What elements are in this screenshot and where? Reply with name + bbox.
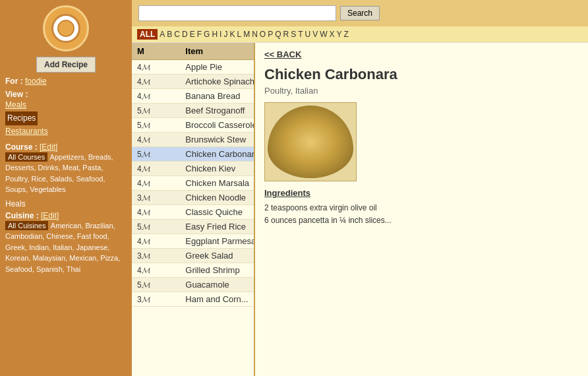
ingredient-1: 2 teaspoons extra virgin olive oil	[264, 202, 579, 214]
popup-panel: << BACK Chicken Carbonara Poultry, Itali…	[254, 43, 588, 376]
alpha-i-link[interactable]: I	[220, 30, 221, 39]
alphabet-bar: ALL ABCDEFGHIJKLMNOPQRSTUVWXYZ	[132, 26, 588, 43]
alpha-q-link[interactable]: Q	[275, 30, 281, 39]
search-bar: Search	[132, 0, 588, 26]
alpha-d-link[interactable]: D	[182, 30, 188, 39]
course-label: Course :	[5, 142, 38, 152]
recipes-link[interactable]: Recipes	[5, 111, 38, 125]
logo-circle	[43, 5, 89, 51]
back-link[interactable]: << BACK	[264, 49, 301, 59]
item-link[interactable]: Brunswick Stew	[185, 135, 246, 144]
alpha-g-link[interactable]: G	[204, 30, 210, 39]
course-section: Course : [Edit] All Courses Appetizers, …	[5, 142, 127, 195]
all-cuisines-tag[interactable]: All Cuisines	[5, 221, 48, 230]
alpha-y-link[interactable]: Y	[337, 30, 342, 39]
cell-m: 4𝓜	[132, 89, 180, 104]
item-link[interactable]: Banana Bread	[185, 91, 240, 101]
item-link[interactable]: Chicken Marsala	[185, 178, 249, 188]
item-link[interactable]: Classic Quiche	[185, 207, 243, 217]
alpha-s-link[interactable]: S	[291, 30, 296, 39]
add-recipe-button[interactable]: Add Recipe	[36, 57, 96, 73]
cell-m: 5𝓜	[132, 278, 180, 292]
for-user-link[interactable]: foodie	[25, 77, 47, 86]
search-button[interactable]: Search	[340, 6, 380, 20]
alpha-v-link[interactable]: V	[312, 30, 318, 39]
restaurants-link[interactable]: Restaurants	[5, 125, 127, 138]
alpha-j-link[interactable]: J	[223, 30, 227, 39]
cuisine-label: Cuisine :	[5, 211, 39, 220]
cell-m: 4𝓜	[132, 162, 180, 176]
logo	[5, 5, 127, 51]
logo-plate	[51, 14, 80, 43]
alpha-u-link[interactable]: U	[305, 30, 311, 39]
cell-m: 4𝓜	[132, 75, 180, 89]
alpha-all-link[interactable]: ALL	[137, 29, 158, 40]
alpha-e-link[interactable]: E	[190, 30, 195, 39]
cell-m: 4𝓜	[132, 234, 180, 249]
item-link[interactable]: Apple Pie	[185, 62, 222, 72]
alpha-o-link[interactable]: O	[260, 30, 266, 39]
alpha-z-link[interactable]: Z	[344, 30, 349, 39]
pasta-visual	[268, 106, 353, 178]
alpha-f-link[interactable]: F	[197, 30, 202, 39]
alpha-w-link[interactable]: W	[320, 30, 327, 39]
item-link[interactable]: Eggplant Parmesan	[185, 236, 260, 246]
view-label: View :	[5, 90, 28, 99]
alpha-t-link[interactable]: T	[298, 30, 303, 39]
alpha-m-link[interactable]: M	[243, 30, 250, 39]
cell-m: 4𝓜	[132, 176, 180, 191]
table-container: M Item Category 4𝓜Apple PieDesserts4𝓜Art…	[132, 43, 588, 376]
alpha-r-link[interactable]: R	[283, 30, 289, 39]
recipe-title: Chicken Carbonara	[264, 66, 579, 83]
item-link[interactable]: Ham and Corn...	[185, 294, 248, 304]
search-input[interactable]	[138, 5, 336, 21]
cuisine-edit-link[interactable]: [Edit]	[41, 211, 59, 220]
ingredients-title: Ingredients	[264, 188, 579, 198]
ingredient-2: 6 ounces pancetta in ¼ inch slices...	[264, 214, 579, 227]
item-link[interactable]: Grilled Shrimp	[185, 265, 239, 275]
cell-m: 3𝓜	[132, 191, 180, 205]
alpha-p-link[interactable]: P	[268, 30, 273, 39]
alpha-l-link[interactable]: L	[237, 30, 241, 39]
alpha-c-link[interactable]: C	[174, 30, 180, 39]
alpha-b-link[interactable]: B	[167, 30, 172, 39]
item-link[interactable]: Greek Salad	[185, 251, 233, 261]
recipe-category: Poultry, Italian	[264, 86, 579, 96]
item-link[interactable]: Chicken Carbonara	[185, 149, 259, 159]
view-section: View : Meals Recipes Restaurants	[5, 90, 127, 139]
item-link[interactable]: Chicken Kiev	[185, 164, 235, 173]
cell-m: 5𝓜	[132, 104, 180, 118]
cell-m: 3𝓜	[132, 292, 180, 307]
all-courses-tag[interactable]: All Courses	[5, 152, 47, 162]
alpha-a-link[interactable]: A	[160, 30, 165, 39]
meals-link[interactable]: Meals	[5, 99, 127, 111]
alpha-h-link[interactable]: H	[212, 30, 218, 39]
item-link[interactable]: Guacamole	[185, 280, 229, 290]
main-content: Search ALL ABCDEFGHIJKLMNOPQRSTUVWXYZ M …	[132, 0, 588, 376]
alpha-n-link[interactable]: N	[252, 30, 258, 39]
cell-m: 4𝓜	[132, 263, 180, 278]
cell-m: 5𝓜	[132, 220, 180, 234]
popup-overlay: << BACK Chicken Carbonara Poultry, Itali…	[254, 43, 588, 376]
heals-section: Heals	[5, 199, 127, 208]
for-label: For :	[5, 77, 23, 86]
cell-m: 5𝓜	[132, 118, 180, 133]
alpha-x-link[interactable]: X	[330, 30, 335, 39]
item-link[interactable]: Broccoli Casserole	[185, 120, 256, 130]
alpha-k-link[interactable]: K	[229, 30, 235, 39]
ingredients-list: 2 teaspoons extra virgin olive oil 6 oun…	[264, 202, 579, 227]
cell-m: 4𝓜	[132, 133, 180, 147]
item-link[interactable]: Easy Fried Rice	[185, 222, 246, 232]
cell-m: 4𝓜	[132, 205, 180, 220]
cell-m: 5𝓜	[132, 147, 180, 162]
item-link[interactable]: Beef Stroganoff	[185, 106, 245, 115]
cell-m: 3𝓜	[132, 249, 180, 263]
item-link[interactable]: Chicken Noodle	[185, 193, 246, 203]
course-edit-link[interactable]: [Edit]	[40, 142, 57, 152]
logo-plate-inner	[57, 20, 74, 37]
cell-m: 4𝓜	[132, 60, 180, 75]
cuisine-section: Cuisine : [Edit] All Cuisines American, …	[5, 211, 127, 275]
col-m-header: M	[132, 43, 180, 60]
sidebar: Add Recipe For : foodie View : Meals Rec…	[0, 0, 132, 376]
recipe-image	[264, 102, 357, 181]
